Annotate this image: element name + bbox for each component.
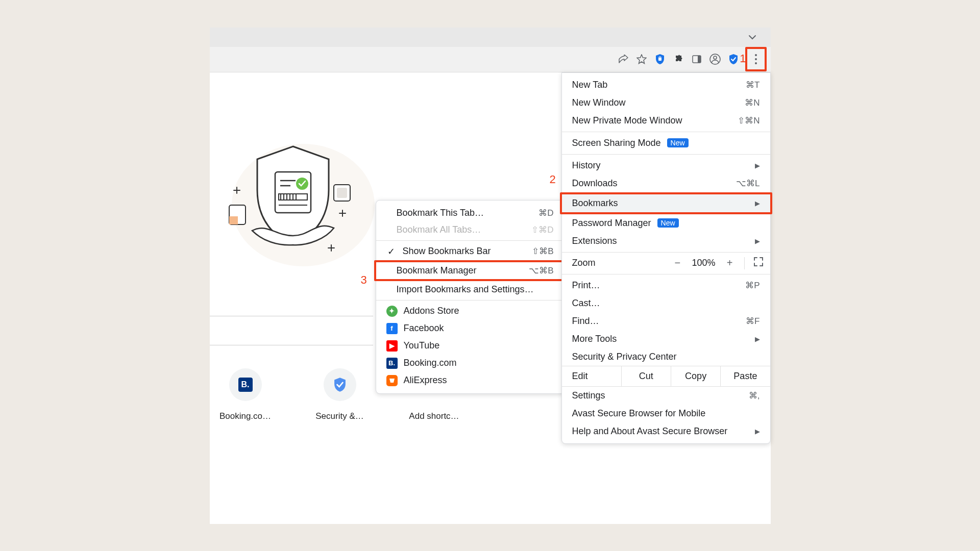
chevron-right-icon: ▶ xyxy=(755,237,760,245)
copy-button[interactable]: Copy xyxy=(671,366,721,386)
menu-label: Settings xyxy=(572,390,605,401)
menu-label: Zoom xyxy=(569,258,596,268)
share-icon[interactable] xyxy=(617,53,630,66)
avast-shield-icon[interactable] xyxy=(727,53,740,66)
shortcut-booking[interactable]: B. Booking.co… xyxy=(220,368,271,421)
menu-more-tools[interactable]: More Tools ▶ xyxy=(562,330,770,348)
svg-point-6 xyxy=(755,54,757,56)
submenu-addons[interactable]: ✦Addons Store xyxy=(376,303,564,320)
menu-zoom: Zoom − 100% + xyxy=(562,255,770,272)
zoom-in-button[interactable]: + xyxy=(725,257,735,269)
menu-label: Bookmark This Tab… xyxy=(397,208,484,218)
step-2-label: 2 xyxy=(550,173,556,186)
menu-shortcut: ⌘D xyxy=(538,208,553,218)
new-badge: New xyxy=(667,138,689,147)
menu-avast-mobile[interactable]: Avast Secure Browser for Mobile xyxy=(562,405,770,422)
toolbar xyxy=(210,47,771,72)
menu-extensions[interactable]: Extensions ▶ xyxy=(562,232,770,250)
divider xyxy=(210,345,373,345)
chevron-down-icon[interactable] xyxy=(748,32,756,42)
menu-label: Import Bookmarks and Settings… xyxy=(397,284,534,295)
booking-icon: B. xyxy=(386,358,398,369)
content-area: B. Booking.co… Security &… Add shortc… 3… xyxy=(210,72,771,524)
shortcut-label: Security &… xyxy=(315,411,363,421)
menu-label: Addons Store xyxy=(404,306,459,316)
addons-icon: ✦ xyxy=(386,306,398,317)
menu-separator xyxy=(376,300,564,300)
facebook-icon: f xyxy=(386,323,398,334)
submenu-bookmark-all: Bookmark All Tabs… ⇧⌘D xyxy=(376,221,564,238)
star-icon[interactable] xyxy=(635,53,648,66)
menu-password-manager[interactable]: Password Manager New xyxy=(562,214,770,232)
zoom-value: 100% xyxy=(692,258,715,268)
menu-separator xyxy=(562,132,770,132)
svg-rect-3 xyxy=(698,56,701,63)
menu-shortcut: ⇧⌘B xyxy=(532,246,553,257)
menu-shortcut: ⌥⌘L xyxy=(736,178,760,189)
bookmarks-submenu: 3 Bookmark This Tab… ⌘D Bookmark All Tab… xyxy=(376,200,565,394)
menu-cast[interactable]: Cast… xyxy=(562,294,770,312)
profile-icon[interactable] xyxy=(708,53,722,66)
menu-new-private[interactable]: New Private Mode Window ⇧⌘N xyxy=(562,112,770,130)
security-icon xyxy=(324,368,356,401)
menu-edit-row: Edit Cut Copy Paste xyxy=(562,366,770,387)
menu-label: Bookmark All Tabs… xyxy=(397,224,481,235)
svg-rect-20 xyxy=(275,172,311,213)
check-icon: ✓ xyxy=(386,246,397,257)
new-badge: New xyxy=(657,218,679,228)
chevron-right-icon: ▶ xyxy=(755,428,760,435)
menu-shortcut: ⌘, xyxy=(749,390,760,401)
menu-history[interactable]: History ▶ xyxy=(562,157,770,174)
menu-downloads[interactable]: Downloads ⌥⌘L xyxy=(562,174,770,192)
menu-bookmarks[interactable]: Bookmarks ▶ xyxy=(562,194,770,212)
menu-new-window[interactable]: New Window ⌘N xyxy=(562,94,770,112)
menu-label: New Tab xyxy=(572,80,608,90)
chevron-right-icon: ▶ xyxy=(755,162,760,169)
menu-find[interactable]: Find… ⌘F xyxy=(562,312,770,330)
menu-label: Facebook xyxy=(404,323,444,334)
paste-button[interactable]: Paste xyxy=(721,366,770,386)
menu-help[interactable]: Help and About Avast Secure Browser ▶ xyxy=(562,422,770,440)
menu-label: Bookmarks xyxy=(572,198,618,209)
menu-label: Cast… xyxy=(572,298,600,309)
menu-print[interactable]: Print… ⌘P xyxy=(562,277,770,294)
menu-label: Booking.com xyxy=(404,358,457,368)
cut-button[interactable]: Cut xyxy=(622,366,671,386)
submenu-youtube[interactable]: ▶YouTube xyxy=(376,337,564,355)
svg-point-5 xyxy=(714,56,717,59)
submenu-booking[interactable]: B.Booking.com xyxy=(376,355,564,372)
extensions-icon[interactable] xyxy=(672,53,685,66)
submenu-facebook[interactable]: fFacebook xyxy=(376,320,564,337)
svg-point-7 xyxy=(755,58,757,60)
menu-label: New Window xyxy=(572,97,626,108)
menu-shortcut: ⇧⌘N xyxy=(738,115,760,126)
separator xyxy=(744,257,745,269)
menu-label: Bookmark Manager xyxy=(397,265,477,276)
menu-shortcut: ⌘P xyxy=(745,280,760,291)
menu-shortcut: ⇧⌘D xyxy=(531,224,553,235)
main-menu: 2 New Tab ⌘T New Window ⌘N New Private M… xyxy=(561,72,771,444)
svg-rect-19 xyxy=(337,188,347,198)
menu-label: Screen Sharing Mode xyxy=(572,138,661,148)
zoom-out-button[interactable]: − xyxy=(672,257,682,269)
fullscreen-icon[interactable] xyxy=(754,257,763,269)
menu-label: Help and About Avast Secure Browser xyxy=(572,426,728,437)
kebab-menu-icon[interactable] xyxy=(745,47,767,71)
hero-illustration xyxy=(211,134,390,266)
menu-security-center[interactable]: Security & Privacy Center xyxy=(562,348,770,366)
shortcut-security[interactable]: Security &… xyxy=(314,368,365,421)
menu-shortcut: ⌥⌘B xyxy=(529,265,553,276)
shortcut-label: Booking.co… xyxy=(219,411,271,421)
menu-settings[interactable]: Settings ⌘, xyxy=(562,387,770,405)
submenu-show-bar[interactable]: ✓Show Bookmarks Bar ⇧⌘B xyxy=(376,243,564,260)
menu-screen-sharing[interactable]: Screen Sharing Mode New xyxy=(562,134,770,152)
security-shield-icon[interactable] xyxy=(653,53,667,66)
submenu-aliexpress[interactable]: AliExpress xyxy=(376,372,564,389)
submenu-bookmark-tab[interactable]: Bookmark This Tab… ⌘D xyxy=(376,205,564,221)
menu-new-tab[interactable]: New Tab ⌘T xyxy=(562,76,770,94)
sidepanel-icon[interactable] xyxy=(690,53,703,66)
svg-rect-17 xyxy=(229,216,238,224)
submenu-bookmark-manager[interactable]: Bookmark Manager ⌥⌘B xyxy=(376,262,564,279)
submenu-import[interactable]: Import Bookmarks and Settings… xyxy=(376,281,564,298)
browser-window: 1 xyxy=(210,28,771,524)
